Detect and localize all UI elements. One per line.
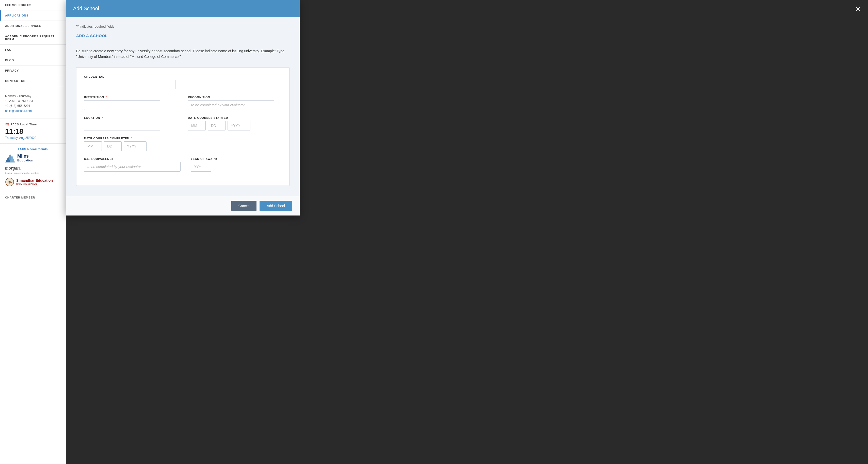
add-school-modal: Add School '*' indicates required fields… <box>66 0 300 216</box>
local-time-label: ⏰ FACS Local Time <box>5 123 61 126</box>
institution-label: INSTITUTION * <box>84 96 178 99</box>
simandhar-icon <box>5 177 14 187</box>
form-section-title: ADD A SCHOOL <box>76 34 289 38</box>
simandhar-text: Simandhar Education <box>16 178 53 183</box>
date-completed-yyyy[interactable] <box>124 141 147 151</box>
facs-recommends-section: FACS Recommends Miles Education morgan. … <box>0 143 66 193</box>
credential-input[interactable] <box>84 80 176 89</box>
form-description: Be sure to create a new entry for any un… <box>76 48 289 60</box>
sidebar-item-academic-records[interactable]: Academic Records Request Form <box>0 31 66 45</box>
modal-footer: Cancel Add School <box>66 196 300 216</box>
recognition-input[interactable] <box>188 100 274 110</box>
modal-title: Add School <box>73 6 99 11</box>
sidebar-item-blog[interactable]: Blog <box>0 55 66 65</box>
year-of-award-input[interactable] <box>191 162 211 172</box>
date-completed-group: Date Courses Completed * <box>84 137 282 151</box>
credential-group: CREDENTIAL <box>84 75 176 89</box>
institution-required: * <box>106 96 107 99</box>
location-label: LOCATION * <box>84 116 178 119</box>
location-group: LOCATION * <box>84 116 178 130</box>
sidebar-contact-info: Monday - Thursday 10 A.M. - 4 P.M. CST +… <box>0 89 66 119</box>
date-started-inputs <box>188 121 282 130</box>
simandhar-sub: Knowledge is Power <box>16 183 53 185</box>
svg-marker-3 <box>5 162 15 162</box>
required-note: '*' indicates required fields <box>76 25 289 28</box>
year-of-award-group: YEAR OF AWARD <box>191 157 282 172</box>
miles-text: Miles <box>17 154 33 158</box>
date-started-label: Date Courses Started <box>188 116 282 119</box>
us-equivalency-group: U.S. EQUIVALENCY <box>84 157 181 172</box>
modal-body: '*' indicates required fields ADD A SCHO… <box>66 17 300 196</box>
add-school-button[interactable]: Add School <box>259 201 292 211</box>
equivalency-award-row: U.S. EQUIVALENCY YEAR OF AWARD <box>84 157 282 172</box>
sidebar-item-fee-schedules[interactable]: Fee Schedules <box>0 0 66 10</box>
year-of-award-label: YEAR OF AWARD <box>191 157 282 160</box>
phone: +1 (618) 656-5291 <box>5 104 61 108</box>
date-started-mm[interactable] <box>188 121 206 130</box>
sidebar-nav: Fee Schedules Applications Additional Se… <box>0 0 66 86</box>
institution-group: INSTITUTION * <box>84 96 178 110</box>
svg-point-5 <box>9 181 11 184</box>
morgan-logo: morgan. beyond professional education <box>5 165 61 174</box>
date-completed-dd[interactable] <box>104 141 122 151</box>
miles-education-logo: Miles Education <box>5 154 61 162</box>
recognition-group: RECOGNITION <box>188 96 282 110</box>
recognition-label: RECOGNITION <box>188 96 282 99</box>
credential-row: CREDENTIAL <box>84 75 282 89</box>
current-date: Thursday, Aug/25/2022 <box>5 136 61 140</box>
hours-label: Monday - Thursday <box>5 94 61 99</box>
date-completed-inputs <box>84 141 282 151</box>
date-started-group: Date Courses Started <box>188 116 282 130</box>
modal-header: Add School <box>66 0 300 17</box>
date-completed-mm[interactable] <box>84 141 102 151</box>
sidebar-item-privacy[interactable]: Privacy <box>0 65 66 76</box>
current-time: 11:18 <box>5 128 61 135</box>
date-started-dd[interactable] <box>208 121 225 130</box>
credential-label: CREDENTIAL <box>84 75 176 78</box>
sidebar-item-contact-us[interactable]: Contact Us <box>0 76 66 86</box>
recommends-label: FACS Recommends <box>5 147 61 151</box>
main-content: × Add School '*' indicates required fiel… <box>66 0 868 464</box>
charter-member-label: Charter Member <box>0 193 66 202</box>
us-equivalency-input[interactable] <box>84 162 181 172</box>
us-equivalency-label: U.S. EQUIVALENCY <box>84 157 181 160</box>
education-text: Education <box>17 158 33 162</box>
clock-icon: ⏰ <box>5 123 9 126</box>
location-input[interactable] <box>84 121 160 130</box>
institution-recognition-row: INSTITUTION * RECOGNITION <box>84 96 282 110</box>
email-link[interactable]: hello@facsusa.com <box>5 109 32 113</box>
simandhar-logo: Simandhar Education Knowledge is Power <box>5 177 61 187</box>
institution-input[interactable] <box>84 100 160 110</box>
date-completed-label: Date Courses Completed * <box>84 137 282 140</box>
sidebar-item-faq[interactable]: FAQ <box>0 45 66 55</box>
mountain-icon <box>5 154 15 162</box>
local-time-section: ⏰ FACS Local Time 11:18 Thursday, Aug/25… <box>0 119 66 143</box>
page-close-button[interactable]: × <box>855 5 860 13</box>
hours: 10 A.M. - 4 P.M. CST <box>5 99 61 104</box>
sidebar-item-applications[interactable]: Applications <box>0 10 66 21</box>
morgan-text: morgan. <box>5 165 21 171</box>
cancel-button[interactable]: Cancel <box>231 201 257 211</box>
sidebar: Fee Schedules Applications Additional Se… <box>0 0 66 464</box>
morgan-sub: beyond professional education <box>5 172 39 174</box>
date-started-yyyy[interactable] <box>227 121 250 130</box>
date-completed-row: Date Courses Completed * <box>84 137 282 151</box>
sidebar-item-additional-services[interactable]: Additional Services <box>0 21 66 31</box>
location-required: * <box>102 116 103 119</box>
form-inner: CREDENTIAL INSTITUTION * RECOGNITION <box>76 67 289 186</box>
date-completed-required: * <box>131 137 132 140</box>
location-date-started-row: LOCATION * Date Courses Started <box>84 116 282 130</box>
